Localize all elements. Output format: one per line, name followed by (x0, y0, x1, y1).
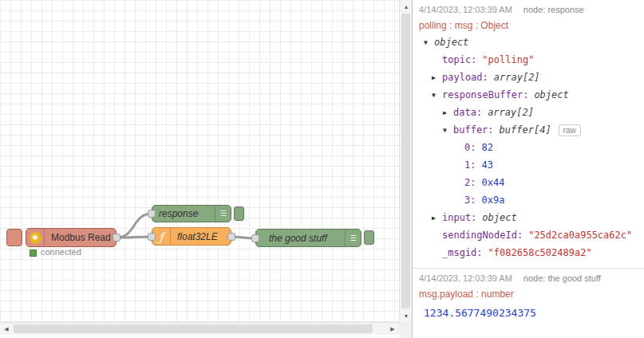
debug-message-meta: 4/14/2023, 12:03:39 AM node: response (419, 5, 638, 14)
value: array[2] (494, 72, 540, 83)
wire-modbus-response (117, 214, 152, 238)
timestamp: 4/14/2023, 12:03:39 AM (419, 273, 512, 283)
input-port[interactable] (148, 210, 156, 218)
key: 1: (464, 159, 476, 171)
key: 2: (464, 177, 476, 188)
output-port[interactable] (227, 233, 235, 241)
tree-row: 0: 82 (419, 139, 638, 156)
json-tree: ▼ object topic: "polling" ▶ payload: arr… (419, 33, 638, 261)
expand-icon[interactable]: ▶ (432, 74, 442, 81)
debug-message-meta: 4/14/2023, 12:03:39 AM node: the good st… (419, 273, 638, 283)
node-response-debug[interactable]: response ☰ (152, 205, 231, 222)
debug-list-icon: ☰ (345, 230, 361, 246)
key: _msgid: (442, 247, 483, 258)
function-icon: ƒ (159, 230, 163, 243)
expand-icon[interactable]: ▶ (443, 109, 453, 116)
vertical-scrollbar[interactable]: ▲ ▼ (399, 0, 412, 322)
key: 3: (464, 195, 476, 206)
node-modbus-read[interactable]: ✱ Modbus Read (26, 228, 117, 247)
tree-row: topic: "polling" (419, 51, 638, 69)
scrollbar-corner (399, 322, 412, 338)
node-label: response (152, 208, 204, 219)
tree-row: ▼ object (419, 33, 638, 51)
key: responseBuffer: (442, 89, 528, 100)
key: data: (453, 107, 482, 118)
debug-message: 4/14/2023, 12:03:39 AM node: the good st… (413, 268, 644, 325)
timestamp: 4/14/2023, 12:03:39 AM (419, 5, 512, 14)
horizontal-scrollbar[interactable]: ◀ ▶ (0, 322, 399, 335)
input-port[interactable] (148, 233, 156, 241)
debug-message: 4/14/2023, 12:03:39 AM node: response po… (413, 0, 644, 268)
vertical-scroll-thumb[interactable] (401, 14, 410, 309)
output-port[interactable] (113, 234, 121, 242)
debug-toggle-button[interactable] (364, 230, 374, 245)
collapse-icon[interactable]: ▼ (432, 92, 442, 99)
value: "polling" (482, 54, 534, 65)
wire-modbus-float32 (117, 237, 152, 238)
key: topic: (442, 54, 476, 65)
tree-row: ▼ buffer: buffer[4] raw (419, 121, 638, 139)
gear-icon: ✱ (30, 232, 41, 244)
value: "25d2ca0a955ca62c" (528, 230, 632, 241)
value: 43 (481, 159, 492, 171)
key: buffer: (453, 124, 494, 136)
tree-row: ▶ input: object (419, 209, 638, 226)
horizontal-scroll-thumb[interactable] (14, 324, 373, 333)
node-good-stuff-debug[interactable]: the good stuff ☰ (255, 229, 362, 247)
value: "f082658c502489a2" (488, 247, 592, 258)
key: sendingNodeId: (442, 230, 523, 241)
raw-button[interactable]: raw (559, 124, 581, 136)
key: input: (442, 212, 476, 223)
value: array[2] (488, 107, 534, 118)
value: object (482, 212, 516, 223)
value: object (434, 37, 468, 48)
unlabeled-node[interactable] (6, 229, 22, 246)
key: 0: (464, 142, 476, 153)
debug-sidebar: 4/14/2023, 12:03:39 AM node: response po… (412, 0, 644, 338)
input-port[interactable] (251, 234, 259, 242)
value: buffer[4] (500, 124, 551, 136)
modbus-icon-region: ✱ (26, 229, 45, 246)
collapse-icon[interactable]: ▼ (424, 39, 434, 46)
tree-row: ▼ responseBuffer: object (419, 86, 638, 104)
tree-row: sendingNodeId: "25d2ca0a955ca62c" (419, 226, 638, 244)
key: payload: (442, 72, 488, 83)
scroll-right-button[interactable]: ▶ (386, 323, 399, 336)
tree-row: 1: 43 (419, 156, 638, 174)
scroll-up-button[interactable]: ▲ (400, 0, 413, 13)
expand-icon[interactable]: ▶ (432, 214, 442, 222)
tree-row: ▶ data: array[2] (419, 104, 638, 121)
status-dot (30, 250, 37, 257)
node-label: float32LE (171, 231, 224, 242)
collapse-icon[interactable]: ▼ (443, 127, 453, 134)
flow-canvas[interactable]: ✱ Modbus Read connected response ☰ ƒ flo… (0, 0, 399, 322)
status-text: connected (41, 247, 81, 257)
value: 0x44 (481, 177, 504, 188)
node-float32le[interactable]: ƒ float32LE (152, 227, 231, 246)
scroll-down-button[interactable]: ▼ (400, 309, 413, 322)
message-path: polling : msg : Object (419, 20, 638, 31)
value: object (534, 89, 568, 100)
tree-row: ▶ payload: array[2] (419, 69, 638, 86)
value: 82 (481, 142, 492, 153)
node-label: the good stuff (256, 233, 334, 244)
message-path: msg.payload : number (419, 289, 638, 300)
source-node: node: the good stuff (523, 273, 601, 283)
scroll-left-button[interactable]: ◀ (0, 323, 13, 336)
wires (0, 0, 399, 322)
tree-row: _msgid: "f082658c502489a2" (419, 244, 638, 261)
payload-value: 1234.5677490234375 (419, 307, 638, 319)
value: 0x9a (481, 195, 504, 206)
node-label: Modbus Read (45, 232, 117, 243)
tree-row: 3: 0x9a (419, 191, 638, 209)
debug-toggle-button[interactable] (234, 206, 244, 221)
node-red-window: ✱ Modbus Read connected response ☰ ƒ flo… (0, 0, 644, 338)
source-node: node: response (523, 5, 584, 14)
tree-row: 2: 0x44 (419, 174, 638, 191)
debug-list-icon: ☰ (215, 206, 231, 222)
